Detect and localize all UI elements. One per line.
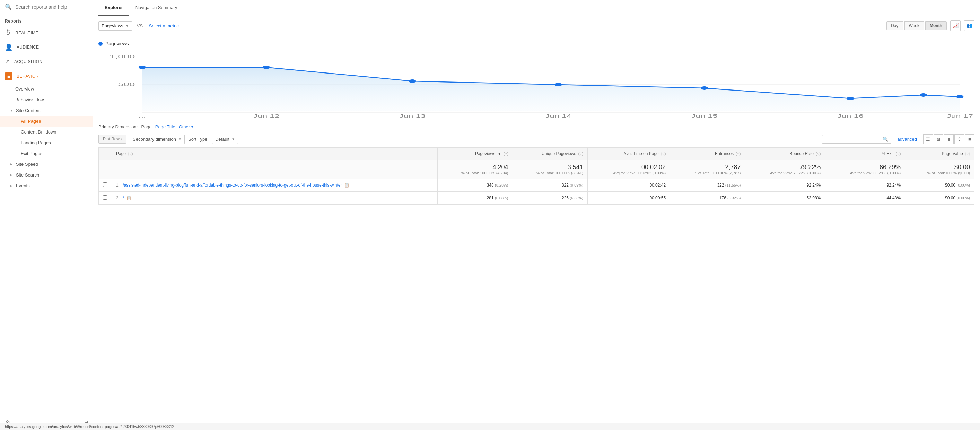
th-unique-pageviews: Unique Pageviews ?: [512, 148, 587, 160]
table-row: 2. / 📋 281 (6.68%) 226 (6.38%) 00:00:55: [99, 192, 974, 205]
row2-entrances-value: 176: [719, 196, 726, 201]
row1-num: 1.: [116, 183, 119, 188]
sidebar-item-behavior[interactable]: ■ BEHAVIOR: [0, 69, 92, 84]
page-value-help-icon[interactable]: ?: [965, 151, 970, 156]
chart-legend: Pageviews: [99, 41, 974, 46]
tab-explorer[interactable]: Explorer: [99, 0, 129, 16]
behavior-icon: ■: [5, 72, 13, 80]
legend-dot: [99, 41, 103, 46]
table-search-input[interactable]: [825, 137, 881, 142]
table-row: 1. /assisted-independent-living-blog/fun…: [99, 179, 974, 192]
totals-unique-pv-value: 3,541: [517, 164, 583, 171]
pivot-view-btn[interactable]: ■: [965, 134, 974, 144]
row1-entrances-value: 322: [717, 183, 724, 188]
totals-pageviews-value: 4,204: [442, 164, 508, 171]
sidebar-item-behavior-flow[interactable]: Behavior Flow: [0, 94, 92, 105]
page-help-icon[interactable]: ?: [128, 151, 133, 156]
metric-label: Pageviews: [102, 23, 123, 29]
totals-avg-time-note: Avg for View: 00:02:02 (0.00%): [592, 171, 666, 175]
sidebar-item-content-drilldown[interactable]: Content Drilldown: [0, 127, 92, 137]
bounce-rate-help-icon[interactable]: ?: [816, 151, 821, 156]
pageviews-help-icon[interactable]: ?: [504, 151, 508, 156]
totals-entrances-value: 2,787: [675, 164, 741, 171]
sidebar-item-site-search[interactable]: ► Site Search: [0, 170, 92, 180]
dim-page-title-link[interactable]: Page Title: [155, 124, 175, 129]
row2-checkbox-cell[interactable]: [99, 192, 112, 205]
totals-bounce-rate-note: Avg for View: 79.22% (0.00%): [749, 171, 821, 175]
week-button[interactable]: Week: [904, 21, 924, 30]
entrances-help-icon[interactable]: ?: [736, 151, 741, 156]
row2-page-cell: 2. / 📋: [112, 192, 438, 205]
vs-label: VS.: [137, 23, 144, 29]
status-bar: https://analytics.google.com/analytics/w…: [0, 423, 980, 430]
dimension-row: Primary Dimension: Page Page Title Other…: [93, 119, 980, 133]
sidebar-item-audience[interactable]: 👤 AUDIENCE: [0, 40, 92, 54]
totals-avg-time-value: 00:02:02: [592, 164, 666, 171]
totals-page-cell: [112, 160, 438, 179]
comparison-view-btn[interactable]: ⇕: [955, 134, 964, 144]
sidebar-item-all-pages[interactable]: All Pages: [0, 116, 92, 127]
pie-view-btn[interactable]: ◕: [934, 134, 943, 144]
row2-copy-icon[interactable]: 📋: [126, 196, 131, 200]
bar-view-btn[interactable]: ▮: [944, 134, 954, 144]
dim-other-arrow: ▼: [191, 125, 194, 129]
sidebar-item-exit-pages[interactable]: Exit Pages: [0, 148, 92, 159]
totals-unique-pv-pct: % of Total: 100.00% (3,541): [517, 171, 583, 175]
totals-unique-pageviews-cell: 3,541 % of Total: 100.00% (3,541): [512, 160, 587, 179]
sidebar-item-overview[interactable]: Overview: [0, 84, 92, 94]
svg-point-12: [920, 93, 927, 97]
avg-time-help-icon[interactable]: ?: [661, 151, 666, 156]
totals-bounce-rate-value: 79.22%: [749, 164, 821, 171]
th-checkbox: [99, 148, 112, 160]
svg-text:1,000: 1,000: [110, 54, 135, 59]
row2-unique-pv-value: 226: [562, 196, 569, 201]
legend-label: Pageviews: [105, 41, 129, 46]
sidebar-item-realtime[interactable]: ⏱ REAL-TIME: [0, 25, 92, 40]
unique-pageviews-help-icon[interactable]: ?: [578, 151, 583, 156]
dim-page-link[interactable]: Page: [141, 124, 151, 129]
row2-page-link[interactable]: /: [123, 196, 124, 201]
row2-page-value-value: $0.00: [945, 196, 955, 201]
row1-checkbox[interactable]: [103, 182, 107, 187]
row2-entrances-pct: (6.32%): [727, 196, 741, 200]
day-button[interactable]: Day: [886, 21, 903, 30]
table-search-box[interactable]: 🔍: [822, 135, 891, 143]
sidebar-item-acquisition[interactable]: ↗ ACQUISITION: [0, 54, 92, 69]
svg-text:500: 500: [118, 81, 135, 87]
sidebar-item-site-content[interactable]: ▼ Site Content: [0, 105, 92, 116]
dim-other-dropdown[interactable]: Other ▼: [179, 124, 194, 129]
sort-type-select[interactable]: Default ▼: [212, 135, 238, 144]
row1-checkbox-cell[interactable]: [99, 179, 112, 192]
svg-point-6: [138, 65, 146, 69]
row1-unique-pv-value: 322: [562, 183, 569, 188]
sidebar-item-events[interactable]: ► Events: [0, 180, 92, 191]
secondary-dimension-select[interactable]: Secondary dimension ▼: [130, 135, 185, 144]
tabs-bar: Explorer Navigation Summary: [93, 0, 980, 16]
th-pageviews[interactable]: Pageviews ▼ ?: [438, 148, 512, 160]
totals-page-value-note: % of Total: 0.00% ($0.00): [909, 171, 970, 175]
row1-page-link[interactable]: /assisted-independent-living-blog/fun-an…: [123, 183, 342, 188]
advanced-link[interactable]: advanced: [897, 137, 917, 142]
line-chart-view-btn[interactable]: 📈: [950, 21, 961, 31]
row1-page-cell: 1. /assisted-independent-living-blog/fun…: [112, 179, 438, 192]
plot-rows-button[interactable]: Plot Rows: [99, 135, 126, 143]
totals-pageviews-pct: % of Total: 100.00% (4,204): [442, 171, 508, 175]
month-button[interactable]: Month: [925, 21, 947, 30]
search-bar[interactable]: 🔍: [0, 0, 92, 14]
row2-checkbox[interactable]: [103, 195, 107, 200]
svg-text:Jun 17: Jun 17: [947, 114, 973, 118]
select-metric-link[interactable]: Select a metric: [149, 23, 179, 29]
search-input[interactable]: [15, 4, 88, 10]
sidebar-item-landing-pages[interactable]: Landing Pages: [0, 137, 92, 148]
sidebar-item-site-speed[interactable]: ► Site Speed: [0, 159, 92, 170]
pct-exit-help-icon[interactable]: ?: [896, 151, 900, 156]
tab-navigation-summary[interactable]: Navigation Summary: [129, 0, 184, 16]
row1-unique-pv-cell: 322 (9.09%): [512, 179, 587, 192]
row1-copy-icon[interactable]: 📋: [344, 183, 349, 187]
metric-select[interactable]: Pageviews ▼: [99, 21, 132, 30]
table-controls: Plot Rows Secondary dimension ▼ Sort Typ…: [93, 133, 980, 147]
events-label: Events: [16, 183, 30, 188]
svg-point-11: [846, 97, 854, 100]
pie-chart-view-btn[interactable]: 👥: [964, 21, 974, 31]
data-table-view-btn[interactable]: ☰: [923, 134, 933, 144]
